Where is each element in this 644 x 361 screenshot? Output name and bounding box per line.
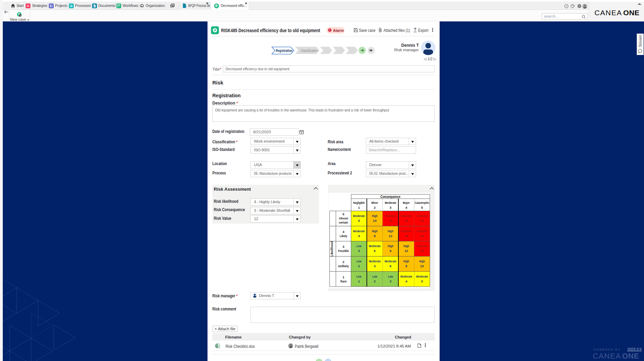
svg-text:2: 2: [358, 264, 360, 268]
svg-text:15: 15: [420, 249, 424, 253]
svg-text:5: 5: [343, 212, 345, 216]
svg-text:Consequence: Consequence: [380, 195, 400, 199]
svg-text:8: 8: [374, 234, 376, 238]
svg-text:Low: Low: [388, 274, 393, 278]
svg-text:5: 5: [358, 219, 360, 223]
svg-text:Moderate: Moderate: [353, 214, 365, 218]
svg-text:High: High: [372, 229, 378, 233]
svg-text:20: 20: [420, 234, 424, 238]
svg-text:6: 6: [374, 249, 376, 253]
svg-text:Likelihood: Likelihood: [330, 241, 334, 256]
svg-text:High: High: [372, 214, 378, 218]
svg-text:12: 12: [389, 234, 392, 238]
svg-text:Extreme: Extreme: [401, 214, 412, 218]
svg-text:10: 10: [373, 219, 377, 223]
svg-text:High: High: [404, 244, 409, 248]
svg-text:Low: Low: [356, 274, 361, 278]
svg-text:Moderate: Moderate: [369, 244, 381, 248]
svg-text:High: High: [388, 229, 394, 233]
svg-text:12: 12: [404, 249, 408, 253]
svg-text:2: 2: [374, 279, 376, 283]
svg-text:Minor: Minor: [371, 201, 378, 205]
svg-text:Unlikely: Unlikely: [338, 264, 349, 268]
svg-text:3: 3: [390, 279, 391, 283]
svg-text:High: High: [388, 244, 394, 248]
svg-text:Catastrophic: Catastrophic: [415, 201, 429, 205]
svg-text:Possible: Possible: [338, 249, 349, 253]
svg-text:Extreme: Extreme: [401, 229, 412, 233]
svg-text:Extreme: Extreme: [417, 229, 427, 233]
svg-text:10: 10: [420, 264, 424, 268]
svg-text:Moderate: Moderate: [400, 274, 412, 278]
svg-text:Low: Low: [356, 259, 361, 263]
svg-text:16: 16: [404, 234, 408, 238]
svg-text:1: 1: [358, 279, 360, 283]
svg-text:?: ?: [566, 5, 567, 8]
svg-text:4: 4: [405, 206, 407, 209]
svg-text:Low: Low: [356, 244, 361, 248]
svg-text:8: 8: [405, 264, 407, 268]
svg-text:Major: Major: [403, 201, 410, 205]
svg-text:4: 4: [343, 230, 345, 234]
svg-text:Negligible: Negligible: [353, 201, 365, 205]
svg-text:6: 6: [390, 264, 391, 268]
svg-text:High: High: [419, 259, 425, 263]
svg-text:Moderate: Moderate: [416, 274, 428, 278]
svg-text:3: 3: [390, 206, 391, 209]
svg-text:4: 4: [374, 264, 376, 268]
svg-text:High: High: [404, 259, 409, 263]
svg-text:3: 3: [343, 245, 344, 249]
svg-text:certain: certain: [339, 220, 348, 224]
svg-text:4: 4: [358, 234, 360, 238]
svg-text:Moderate: Moderate: [353, 229, 365, 233]
svg-text:2: 2: [374, 206, 376, 209]
svg-text:5: 5: [421, 206, 423, 209]
svg-text:Rare: Rare: [340, 279, 346, 283]
svg-text:20: 20: [404, 219, 408, 223]
svg-text:Extreme: Extreme: [417, 214, 427, 218]
svg-text:25: 25: [420, 219, 424, 223]
svg-text:3: 3: [358, 249, 360, 253]
svg-text:Likely: Likely: [339, 234, 347, 238]
svg-text:4: 4: [405, 279, 407, 283]
svg-text:Moderate: Moderate: [369, 259, 381, 263]
svg-text:15: 15: [389, 219, 392, 223]
svg-text:5: 5: [421, 279, 423, 283]
svg-text:1: 1: [358, 206, 360, 209]
svg-text:9: 9: [390, 249, 391, 253]
svg-text:Low: Low: [372, 274, 377, 278]
svg-text:Extreme: Extreme: [417, 244, 427, 248]
svg-text:Moderate: Moderate: [385, 201, 396, 205]
svg-text:Extreme: Extreme: [385, 214, 396, 218]
svg-text:Moderate: Moderate: [385, 259, 396, 263]
svg-text:2: 2: [343, 260, 344, 264]
svg-text:Almost: Almost: [339, 216, 349, 220]
svg-text:1: 1: [343, 275, 345, 279]
